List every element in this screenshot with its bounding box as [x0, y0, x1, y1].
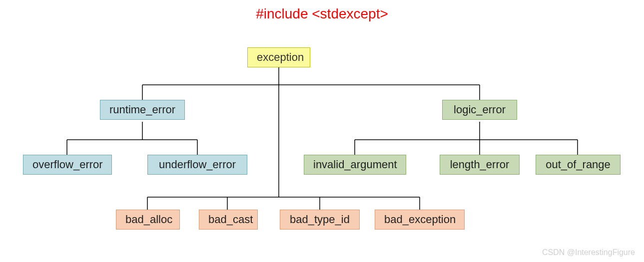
node-logic-error: logic_error	[442, 100, 517, 120]
node-bad-alloc: bad_alloc	[116, 210, 180, 230]
node-invalid-argument: invalid_argument	[304, 155, 406, 175]
node-out-of-range: out_of_range	[536, 155, 621, 175]
node-overflow-error: overflow_error	[23, 155, 112, 175]
node-length-error: length_error	[440, 155, 520, 175]
node-underflow-error: underflow_error	[147, 155, 247, 175]
node-exception: exception	[247, 47, 310, 67]
include-directive: #include <stdexcept>	[0, 6, 644, 22]
watermark: CSDN @InterestingFigure	[542, 248, 635, 257]
node-runtime-error: runtime_error	[100, 100, 185, 120]
node-bad-type-id: bad_type_id	[280, 210, 360, 230]
node-bad-cast: bad_cast	[199, 210, 258, 230]
node-bad-exception: bad_exception	[375, 210, 465, 230]
